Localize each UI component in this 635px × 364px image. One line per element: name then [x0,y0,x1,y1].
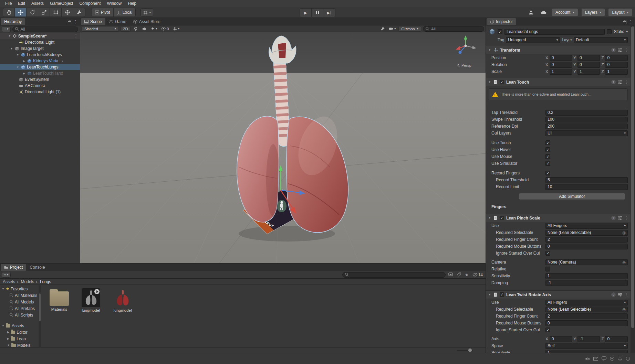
gizmos-dropdown[interactable]: Gizmos ▾ [398,26,421,32]
cloud-button[interactable] [539,8,549,17]
axis-y-field[interactable]: -1 [577,336,600,342]
rect-tool-button[interactable] [50,8,62,17]
presets-icon[interactable] [618,216,622,220]
record-threshold-field[interactable]: 5 [545,177,628,183]
project-search-input[interactable] [342,272,446,278]
slider-knob[interactable] [468,349,472,352]
required-selectable-field[interactable]: None (Lean Selectable)◎ [545,307,628,312]
favorite-all-prefabs[interactable]: All Prefabs [0,305,41,312]
expander-open-icon[interactable]: ▼ [2,324,4,327]
pivot-toggle-button[interactable]: Pivot [92,8,114,17]
expander-open-icon[interactable]: ▼ [488,49,491,52]
package-icon[interactable] [610,356,614,361]
use-simulator-checkbox[interactable]: ✓ [545,161,550,166]
expander-open-icon[interactable]: ▼ [7,344,10,347]
kebab-menu-icon[interactable]: ⋮ [74,34,78,38]
record-limit-field[interactable]: 10 [545,184,628,190]
active-checkbox[interactable]: ✓ [498,29,502,34]
mute-icon[interactable] [585,356,590,361]
favorites-foldout[interactable]: ▼ ★ Favorites [0,286,41,292]
layout-dropdown[interactable]: Layout ▾ [608,8,632,17]
hierarchy-item-leantouchlungs[interactable]: ▼ LeanTouchLungs [0,64,80,70]
required-finger-count-field[interactable]: 2 [545,313,628,319]
menu-edit[interactable]: Edit [15,0,28,7]
hidden-count-button[interactable]: 14 [471,272,484,278]
breadcrumb-models[interactable]: Models [21,279,34,284]
move-tool-button[interactable] [15,8,27,17]
static-checkbox[interactable] [607,29,612,34]
lean-twist-rotate-axis-component-header[interactable]: ▼ ✓ Lean Twist Rotate Axis ? ⋮ [486,290,631,299]
transform-combined-tool-button[interactable] [62,8,73,17]
thumbnail-zoom-slider[interactable] [457,348,473,352]
step-button[interactable]: ▶ [323,9,335,17]
required-finger-count-field[interactable]: 2 [545,237,628,243]
tab-scene[interactable]: Scene [81,18,105,25]
object-picker-icon[interactable]: ◎ [622,307,626,312]
create-menu-button[interactable]: + ▾ [2,26,11,32]
required-mouse-buttons-field[interactable]: 0 [545,320,628,326]
camera-field[interactable]: None (Camera)◎ [545,259,628,265]
rotation-x-field[interactable]: 0 [550,62,572,68]
space-dropdown[interactable]: Self▾ [545,343,628,349]
scale-y-field[interactable]: 1 [577,69,600,75]
play-badge-icon[interactable] [94,289,100,294]
component-enabled-checkbox[interactable]: ✓ [500,80,504,84]
reference-dpi-field[interactable]: 200 [545,124,628,129]
tab-asset-store[interactable]: Asset Store [130,18,164,25]
swipe-threshold-field[interactable]: 100 [545,117,628,122]
help-icon[interactable]: ? [611,80,616,84]
expander-open-icon[interactable]: ▼ [488,216,491,220]
kebab-menu-icon[interactable]: ⋮ [624,292,628,297]
scene-audio-button[interactable] [141,26,148,32]
rotation-y-field[interactable]: 0 [577,62,600,68]
tab-game[interactable]: Game [105,18,130,25]
kebab-menu-icon[interactable]: ⋮ [629,20,633,24]
scale-z-field[interactable]: 1 [605,69,628,75]
lock-icon[interactable] [623,21,626,24]
hierarchy-item-leantouchhand[interactable]: ▶ LeanTouchHand [0,70,80,76]
presets-icon[interactable] [618,293,622,297]
expander-closed-icon[interactable]: ▶ [22,72,26,75]
kebab-menu-icon[interactable]: ⋮ [624,216,628,220]
favorite-all-models[interactable]: All Models [0,299,41,305]
use-hover-checkbox[interactable]: ✓ [545,147,550,152]
hierarchy-item-leantouchkidneys[interactable]: ▼ LeanTouchKidneys [0,52,80,58]
transform-component-header[interactable]: ▼ Transform ? ⋮ [486,46,631,54]
lean-pinch-scale-component-header[interactable]: ▼ ✓ Lean Pinch Scale ? ⋮ [486,214,631,222]
layer-dropdown[interactable]: Default▾ [574,37,628,43]
tab-hierarchy[interactable]: Hierarchy [1,18,25,25]
sidebar-scrollbar[interactable] [39,285,41,347]
favorites-star-button[interactable]: ★ [464,272,470,278]
chat-icon[interactable] [602,356,606,361]
breadcrumb-assets[interactable]: Assets [3,279,15,284]
hierarchy-item-directional-light[interactable]: Directional Light [0,39,80,45]
collab-button[interactable] [526,8,536,17]
required-selectable-field[interactable]: None (Lean Selectable)◎ [545,230,628,236]
menu-window[interactable]: Window [104,0,125,7]
expander-open-icon[interactable]: ▼ [488,293,491,296]
scene-visibility-button[interactable]: 0 [160,26,170,32]
search-by-label-button[interactable] [456,272,462,278]
axis-x-field[interactable]: 0 [550,336,572,342]
scene-effects-dropdown[interactable]: ▾ [149,26,158,32]
pause-button[interactable] [312,9,323,17]
gameobject-name-field[interactable]: LeanTouchLungs [504,29,605,35]
sensitivity-field[interactable]: 1 [545,273,628,279]
tab-console[interactable]: Console [26,264,48,271]
fingers-foldout[interactable]: Fingers [486,203,631,210]
scene-search-input[interactable]: All [423,26,484,32]
folder-lean[interactable]: ▶ Lean [0,335,41,342]
expander-open-icon[interactable]: ▼ [488,81,491,84]
tag-dropdown[interactable]: Untagged▾ [506,37,560,43]
component-enabled-checkbox[interactable]: ✓ [500,216,504,220]
ignore-started-over-gui-checkbox[interactable]: ✓ [545,251,550,256]
menu-assets[interactable]: Assets [28,0,47,7]
asset-lungmodel-prefab[interactable]: lungmodel [110,288,136,312]
hierarchy-item-directional-light-1[interactable]: Directional Light (1) [0,89,80,95]
create-menu-button[interactable]: + ▾ [2,272,11,278]
local-toggle-button[interactable]: Local [114,8,136,17]
expander-open-icon[interactable]: ▼ [2,287,4,290]
hierarchy-item-eventsystem[interactable]: EventSystem [0,76,80,83]
expander-open-icon[interactable]: ▼ [8,34,11,38]
add-simulator-button[interactable]: Add Simulator [519,193,625,200]
